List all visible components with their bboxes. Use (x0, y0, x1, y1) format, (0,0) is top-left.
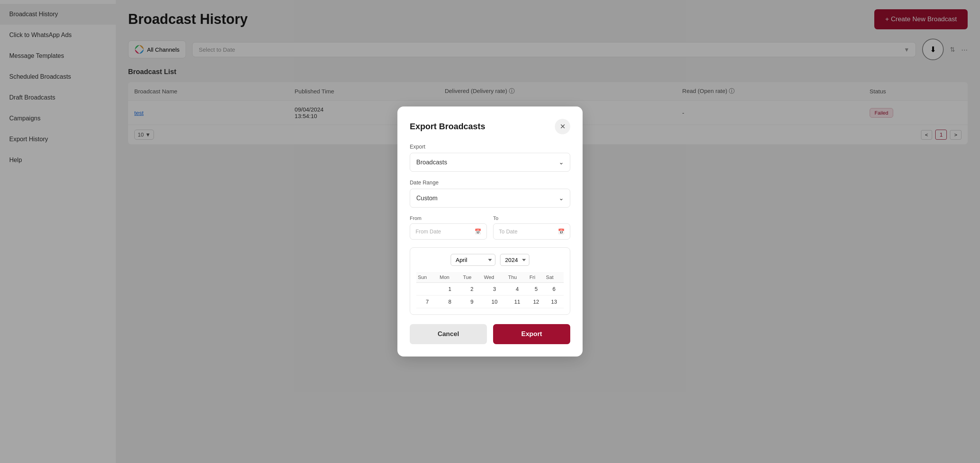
from-date-input[interactable]: From Date 📅 (410, 223, 487, 240)
cal-day-8[interactable]: 8 (438, 296, 461, 308)
calendar: April JanuaryFebruaryMarch MayJuneJuly A… (410, 247, 570, 315)
from-label: From (410, 215, 487, 221)
cal-day-7[interactable]: 7 (416, 296, 438, 308)
close-icon: ✕ (560, 122, 566, 131)
cal-day-1[interactable]: 1 (438, 283, 461, 296)
to-date-placeholder: To Date (499, 228, 517, 235)
modal-title: Export Broadcasts (410, 122, 485, 132)
date-range-row: From From Date 📅 To To Date 📅 (410, 215, 570, 240)
to-date-input[interactable]: To Date 📅 (493, 223, 570, 240)
calendar-header: April JanuaryFebruaryMarch MayJuneJuly A… (416, 254, 564, 266)
year-select[interactable]: 2024 202220232025 (500, 254, 529, 266)
month-select[interactable]: April JanuaryFebruaryMarch MayJuneJuly A… (451, 254, 495, 266)
calendar-grid: Sun Mon Tue Wed Thu Fri Sat 1 2 3 (416, 272, 564, 308)
export-modal: Export Broadcasts ✕ Export Broadcasts ⌄ … (397, 106, 583, 357)
export-label: Export (410, 144, 570, 150)
cal-day-empty (416, 283, 438, 296)
export-type-value: Broadcasts (416, 159, 447, 166)
export-type-select[interactable]: Broadcasts ⌄ (410, 153, 570, 172)
cal-day-sat: Sat (544, 272, 564, 283)
cal-day-3[interactable]: 3 (482, 283, 507, 296)
calendar-icon-from: 📅 (475, 228, 481, 235)
cal-day-fri: Fri (528, 272, 544, 283)
chevron-down-icon-export: ⌄ (559, 159, 564, 166)
date-range-select[interactable]: Custom ⌄ (410, 189, 570, 208)
date-range-value: Custom (416, 195, 438, 202)
calendar-icon-to: 📅 (558, 228, 564, 235)
cal-day-tue: Tue (461, 272, 482, 283)
cal-day-11[interactable]: 11 (507, 296, 528, 308)
cal-day-9[interactable]: 9 (461, 296, 482, 308)
cal-day-mon: Mon (438, 272, 461, 283)
date-range-label: Date Range (410, 179, 570, 186)
from-date-field: From From Date 📅 (410, 215, 487, 240)
modal-footer: Cancel Export (410, 324, 570, 344)
cal-day-10[interactable]: 10 (482, 296, 507, 308)
modal-header: Export Broadcasts ✕ (410, 119, 570, 134)
to-label: To (493, 215, 570, 221)
cal-day-wed: Wed (482, 272, 507, 283)
from-date-placeholder: From Date (416, 228, 441, 235)
cal-day-thu: Thu (507, 272, 528, 283)
to-date-field: To To Date 📅 (493, 215, 570, 240)
calendar-week-2: 7 8 9 10 11 12 13 (416, 296, 564, 308)
calendar-week-1: 1 2 3 4 5 6 (416, 283, 564, 296)
cal-day-6[interactable]: 6 (544, 283, 564, 296)
cal-day-2[interactable]: 2 (461, 283, 482, 296)
cal-day-12[interactable]: 12 (528, 296, 544, 308)
cancel-button[interactable]: Cancel (410, 324, 487, 344)
modal-overlay: Export Broadcasts ✕ Export Broadcasts ⌄ … (0, 0, 980, 463)
cal-day-13[interactable]: 13 (544, 296, 564, 308)
cal-day-sun: Sun (416, 272, 438, 283)
export-button[interactable]: Export (493, 324, 570, 344)
chevron-down-icon-range: ⌄ (559, 194, 564, 202)
cal-day-4[interactable]: 4 (507, 283, 528, 296)
cal-day-5[interactable]: 5 (528, 283, 544, 296)
modal-close-button[interactable]: ✕ (555, 119, 570, 134)
